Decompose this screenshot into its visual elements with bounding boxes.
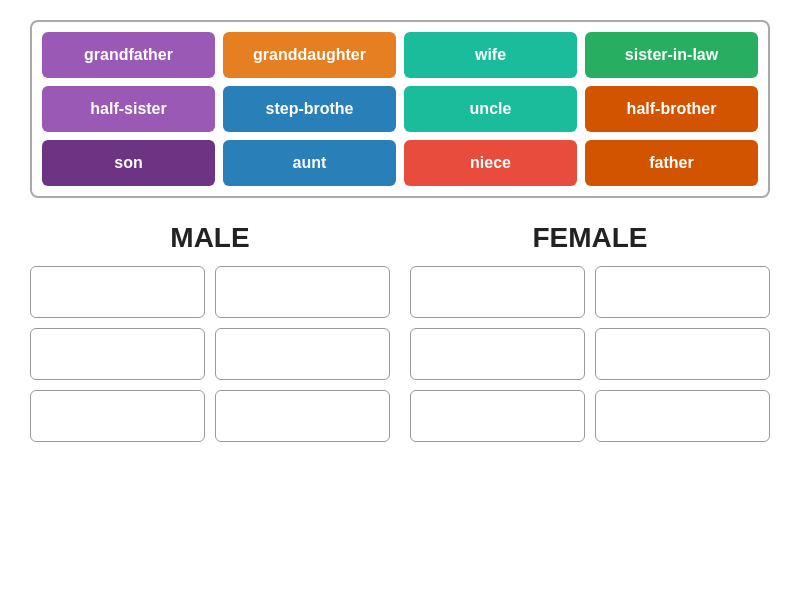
tile-step-brothe[interactable]: step-brothe bbox=[223, 86, 396, 132]
male-title: MALE bbox=[170, 222, 249, 254]
female-drop-6[interactable] bbox=[595, 390, 770, 442]
tile-granddaughter[interactable]: granddaughter bbox=[223, 32, 396, 78]
female-drop-3[interactable] bbox=[410, 328, 585, 380]
female-title: FEMALE bbox=[532, 222, 647, 254]
female-drop-1[interactable] bbox=[410, 266, 585, 318]
female-category: FEMALE bbox=[410, 222, 770, 442]
tile-aunt[interactable]: aunt bbox=[223, 140, 396, 186]
tile-sister-in-law[interactable]: sister-in-law bbox=[585, 32, 758, 78]
tile-half-brother[interactable]: half-brother bbox=[585, 86, 758, 132]
tile-half-sister[interactable]: half-sister bbox=[42, 86, 215, 132]
male-drop-6[interactable] bbox=[215, 390, 390, 442]
female-drop-2[interactable] bbox=[595, 266, 770, 318]
categories-section: MALE FEMALE bbox=[30, 222, 770, 442]
male-drop-1[interactable] bbox=[30, 266, 205, 318]
female-drop-4[interactable] bbox=[595, 328, 770, 380]
female-drop-grid bbox=[410, 266, 770, 442]
male-drop-2[interactable] bbox=[215, 266, 390, 318]
male-category: MALE bbox=[30, 222, 390, 442]
word-bank: grandfathergranddaughterwifesister-in-la… bbox=[30, 20, 770, 198]
male-drop-5[interactable] bbox=[30, 390, 205, 442]
tile-niece[interactable]: niece bbox=[404, 140, 577, 186]
tile-uncle[interactable]: uncle bbox=[404, 86, 577, 132]
tile-father[interactable]: father bbox=[585, 140, 758, 186]
male-drop-4[interactable] bbox=[215, 328, 390, 380]
male-drop-grid bbox=[30, 266, 390, 442]
tile-son[interactable]: son bbox=[42, 140, 215, 186]
tile-grandfather[interactable]: grandfather bbox=[42, 32, 215, 78]
tile-wife[interactable]: wife bbox=[404, 32, 577, 78]
female-drop-5[interactable] bbox=[410, 390, 585, 442]
male-drop-3[interactable] bbox=[30, 328, 205, 380]
